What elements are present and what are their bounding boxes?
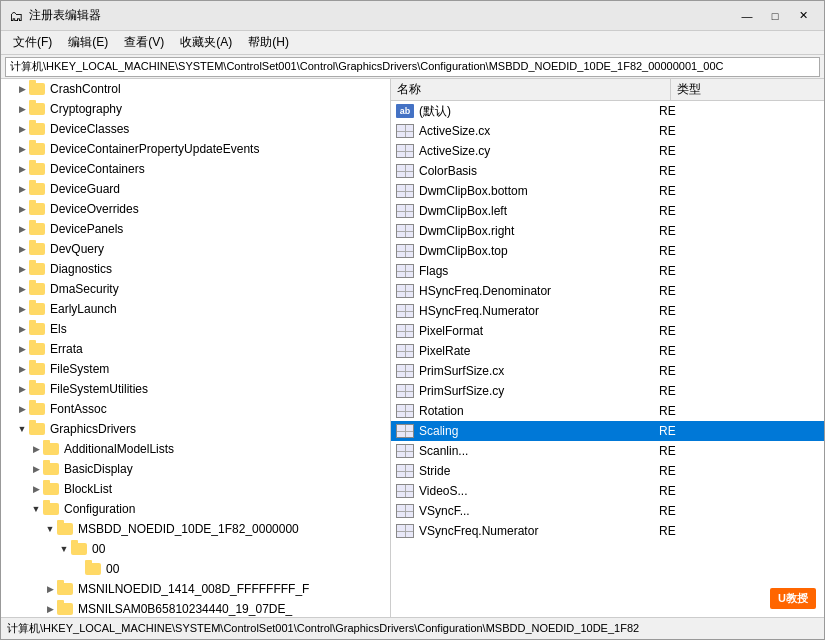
tree-item-deviceclasses[interactable]: ▶ DeviceClasses — [1, 119, 390, 139]
reg-row-dwmcliptop[interactable]: DwmClipBox.top RE — [391, 241, 824, 261]
tree-arrow: ▶ — [15, 144, 29, 154]
tree-item-cryptography[interactable]: ▶ Cryptography — [1, 99, 390, 119]
folder-icon — [29, 161, 47, 177]
reg-row-scaling[interactable]: Scaling RE — [391, 421, 824, 441]
tree-arrow: ▶ — [15, 264, 29, 274]
close-button[interactable]: ✕ — [790, 6, 816, 26]
tree-item-n00[interactable]: ▼ 00 — [1, 539, 390, 559]
reg-icon-grid — [395, 363, 415, 379]
tree-item-configuration[interactable]: ▼ Configuration — [1, 499, 390, 519]
reg-row-activesizecy[interactable]: ActiveSize.cy RE — [391, 141, 824, 161]
folder-icon — [29, 181, 47, 197]
tree-item-earlylaunch[interactable]: ▶ EarlyLaunch — [1, 299, 390, 319]
tree-arrow-expanded: ▼ — [15, 424, 29, 434]
tree-item-diagnostics[interactable]: ▶ Diagnostics — [1, 259, 390, 279]
reg-type: RE — [659, 284, 824, 298]
reg-row-vsyncfreqnum[interactable]: VSyncFreq.Numerator RE — [391, 521, 824, 541]
tree-item-filesystem[interactable]: ▶ FileSystem — [1, 359, 390, 379]
reg-row-pixelformat[interactable]: PixelFormat RE — [391, 321, 824, 341]
reg-row-hsyncden[interactable]: HSyncFreq.Denominator RE — [391, 281, 824, 301]
tree-item-msnilsam[interactable]: ▶ MSNILSAM0B65810234440_19_07DE_ — [1, 599, 390, 617]
tree-item-crashcontrol[interactable]: ▶ CrashControl — [1, 79, 390, 99]
reg-row-dwmclipbottom[interactable]: DwmClipBox.bottom RE — [391, 181, 824, 201]
folder-icon — [43, 501, 61, 517]
reg-name: VideoS... — [419, 484, 659, 498]
tree-item-els[interactable]: ▶ Els — [1, 319, 390, 339]
folder-icon — [43, 441, 61, 457]
menu-file[interactable]: 文件(F) — [5, 32, 60, 53]
tree-item-devguard[interactable]: ▶ DeviceGuard — [1, 179, 390, 199]
reg-row-colorbasis[interactable]: ColorBasis RE — [391, 161, 824, 181]
tree-label: CrashControl — [50, 82, 121, 96]
maximize-button[interactable]: □ — [762, 6, 788, 26]
reg-row-primsurfcx[interactable]: PrimSurfSize.cx RE — [391, 361, 824, 381]
tree-label: DeviceGuard — [50, 182, 120, 196]
reg-row-hsyncnum[interactable]: HSyncFreq.Numerator RE — [391, 301, 824, 321]
folder-icon — [29, 321, 47, 337]
reg-name: (默认) — [419, 103, 659, 120]
reg-row-videos[interactable]: VideoS... RE — [391, 481, 824, 501]
reg-row-activesizecx[interactable]: ActiveSize.cx RE — [391, 121, 824, 141]
tree-item-fontassoc[interactable]: ▶ FontAssoc — [1, 399, 390, 419]
tree-label: Cryptography — [50, 102, 122, 116]
folder-icon — [29, 241, 47, 257]
tree-arrow-expanded: ▼ — [29, 504, 43, 514]
tree-label: DeviceClasses — [50, 122, 129, 136]
folder-icon — [29, 421, 47, 437]
tree-item-errata[interactable]: ▶ Errata — [1, 339, 390, 359]
reg-row-scanline[interactable]: Scanlin... RE — [391, 441, 824, 461]
tree-item-devcontprop[interactable]: ▶ DeviceContainerPropertyUpdateEvents — [1, 139, 390, 159]
reg-row-rotation[interactable]: Rotation RE — [391, 401, 824, 421]
tree-item-blocklist[interactable]: ▶ BlockList — [1, 479, 390, 499]
tree-item-devquery[interactable]: ▶ DevQuery — [1, 239, 390, 259]
reg-name: DwmClipBox.top — [419, 244, 659, 258]
menu-favorites[interactable]: 收藏夹(A) — [172, 32, 240, 53]
address-input[interactable]: 计算机\HKEY_LOCAL_MACHINE\SYSTEM\ControlSet… — [5, 57, 820, 77]
tree-arrow-expanded: ▼ — [57, 544, 71, 554]
tree-item-fsutils[interactable]: ▶ FileSystemUtilities — [1, 379, 390, 399]
reg-icon-grid — [395, 263, 415, 279]
reg-row-vsyncf[interactable]: VSyncF... RE — [391, 501, 824, 521]
reg-row-dwmclipright[interactable]: DwmClipBox.right RE — [391, 221, 824, 241]
menu-edit[interactable]: 编辑(E) — [60, 32, 116, 53]
reg-row-dwmclipleft[interactable]: DwmClipBox.left RE — [391, 201, 824, 221]
col-type-header: 类型 — [671, 79, 824, 100]
menu-view[interactable]: 查看(V) — [116, 32, 172, 53]
reg-name: HSyncFreq.Denominator — [419, 284, 659, 298]
tree-item-n00child[interactable]: 00 — [1, 559, 390, 579]
tree-arrow: ▶ — [15, 224, 29, 234]
tree-item-basicdisplay[interactable]: ▶ BasicDisplay — [1, 459, 390, 479]
reg-row-pixelrate[interactable]: PixelRate RE — [391, 341, 824, 361]
folder-icon — [29, 341, 47, 357]
reg-icon-grid — [395, 283, 415, 299]
tree-arrow: ▶ — [15, 104, 29, 114]
tree-arrow: ▶ — [15, 384, 29, 394]
reg-icon-grid — [395, 403, 415, 419]
tree-label: DmaSecurity — [50, 282, 119, 296]
reg-name: HSyncFreq.Numerator — [419, 304, 659, 318]
reg-name: Flags — [419, 264, 659, 278]
reg-type: RE — [659, 104, 824, 118]
tree-item-devoverrides[interactable]: ▶ DeviceOverrides — [1, 199, 390, 219]
tree-item-devcontainers[interactable]: ▶ DeviceContainers — [1, 159, 390, 179]
reg-row-stride[interactable]: Stride RE — [391, 461, 824, 481]
folder-icon — [29, 81, 47, 97]
reg-row-default[interactable]: ab (默认) RE — [391, 101, 824, 121]
tree-item-graphicsdrivers[interactable]: ▼ GraphicsDrivers — [1, 419, 390, 439]
tree-item-msbdd[interactable]: ▼ MSBDD_NOEDID_10DE_1F82_0000000 — [1, 519, 390, 539]
reg-type: RE — [659, 184, 824, 198]
tree-arrow: ▶ — [15, 324, 29, 334]
tree-arrow: ▶ — [15, 164, 29, 174]
tree-item-addmodellists[interactable]: ▶ AdditionalModelLists — [1, 439, 390, 459]
reg-row-primsurfcy[interactable]: PrimSurfSize.cy RE — [391, 381, 824, 401]
watermark: U教授 — [770, 588, 816, 609]
tree-item-msnilnoedid[interactable]: ▶ MSNILNOEDID_1414_008D_FFFFFFFF_F — [1, 579, 390, 599]
tree-label: FileSystem — [50, 362, 109, 376]
tree-item-dmasec[interactable]: ▶ DmaSecurity — [1, 279, 390, 299]
tree-arrow: ▶ — [15, 124, 29, 134]
minimize-button[interactable]: — — [734, 6, 760, 26]
reg-row-flags[interactable]: Flags RE — [391, 261, 824, 281]
tree-item-devpanels[interactable]: ▶ DevicePanels — [1, 219, 390, 239]
menu-help[interactable]: 帮助(H) — [240, 32, 297, 53]
tree-arrow: ▶ — [15, 244, 29, 254]
